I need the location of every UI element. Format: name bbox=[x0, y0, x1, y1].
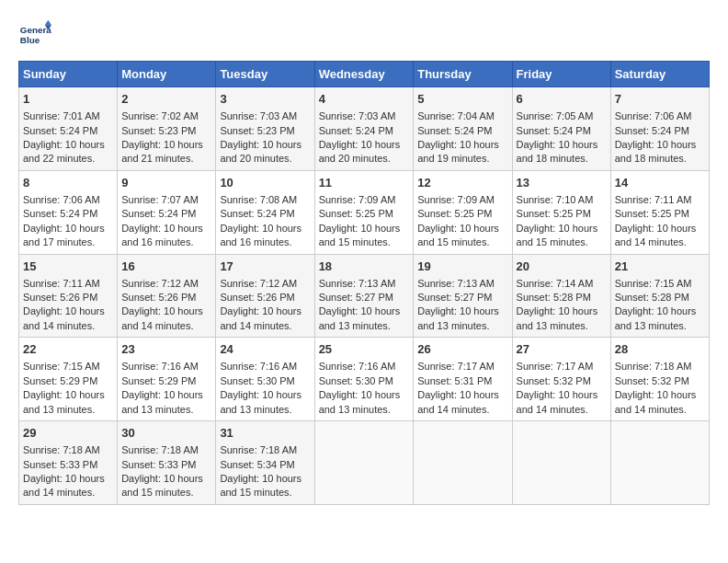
cell-text: Daylight: 10 hours bbox=[417, 138, 507, 152]
cell-text: Sunset: 5:33 PM bbox=[23, 458, 113, 472]
cell-text: Sunrise: 7:15 AM bbox=[615, 277, 705, 291]
day-number: 5 bbox=[417, 91, 507, 108]
calendar-cell: 12Sunrise: 7:09 AMSunset: 5:25 PMDayligh… bbox=[414, 170, 512, 254]
cell-text: Sunrise: 7:17 AM bbox=[517, 360, 607, 373]
cell-text: Sunrise: 7:11 AM bbox=[615, 193, 705, 207]
cell-text: and 13 minutes. bbox=[615, 319, 705, 333]
cell-text: and 14 minutes. bbox=[121, 319, 211, 333]
calendar-cell: 31Sunrise: 7:18 AMSunset: 5:34 PMDayligh… bbox=[216, 421, 314, 505]
cell-text: Daylight: 10 hours bbox=[23, 304, 113, 318]
cell-text: Daylight: 10 hours bbox=[23, 472, 113, 486]
calendar-cell: 26Sunrise: 7:17 AMSunset: 5:31 PMDayligh… bbox=[414, 338, 512, 421]
day-number: 1 bbox=[23, 91, 113, 108]
cell-text: Sunrise: 7:03 AM bbox=[319, 109, 410, 123]
cell-text: Sunrise: 7:18 AM bbox=[23, 443, 113, 457]
day-number: 7 bbox=[615, 91, 705, 108]
cell-text: Daylight: 10 hours bbox=[220, 472, 310, 486]
cell-text: Sunset: 5:32 PM bbox=[517, 374, 607, 388]
day-number: 9 bbox=[121, 175, 211, 191]
cell-text: Sunrise: 7:18 AM bbox=[615, 360, 705, 373]
calendar-cell: 27Sunrise: 7:17 AMSunset: 5:32 PMDayligh… bbox=[512, 338, 610, 421]
calendar-cell: 11Sunrise: 7:09 AMSunset: 5:25 PMDayligh… bbox=[314, 170, 414, 254]
cell-text: Sunrise: 7:16 AM bbox=[319, 360, 410, 373]
col-header-wednesday: Wednesday bbox=[314, 62, 414, 87]
day-number: 12 bbox=[417, 175, 507, 191]
cell-text: Sunset: 5:30 PM bbox=[319, 374, 410, 388]
cell-text: and 14 minutes. bbox=[23, 319, 113, 333]
calendar-cell: 10Sunrise: 7:08 AMSunset: 5:24 PMDayligh… bbox=[216, 170, 314, 254]
calendar-cell bbox=[414, 421, 512, 505]
cell-text: and 14 minutes. bbox=[23, 486, 113, 500]
col-header-friday: Friday bbox=[512, 62, 610, 87]
day-number: 28 bbox=[615, 341, 705, 358]
svg-marker-2 bbox=[45, 20, 51, 25]
cell-text: Sunset: 5:23 PM bbox=[121, 124, 211, 138]
cell-text: and 13 minutes. bbox=[319, 403, 410, 417]
cell-text: Sunrise: 7:06 AM bbox=[23, 193, 113, 207]
day-number: 31 bbox=[220, 425, 310, 442]
calendar-cell: 7Sunrise: 7:06 AMSunset: 5:24 PMDaylight… bbox=[610, 87, 709, 171]
cell-text: Sunrise: 7:16 AM bbox=[121, 360, 211, 373]
cell-text: and 14 minutes. bbox=[517, 403, 607, 417]
cell-text: and 21 minutes. bbox=[121, 152, 211, 166]
cell-text: Sunrise: 7:10 AM bbox=[517, 193, 607, 207]
cell-text: and 18 minutes. bbox=[517, 152, 607, 166]
cell-text: and 15 minutes. bbox=[319, 236, 410, 249]
calendar-cell: 16Sunrise: 7:12 AMSunset: 5:26 PMDayligh… bbox=[118, 254, 216, 338]
cell-text: and 16 minutes. bbox=[220, 236, 310, 249]
calendar-cell bbox=[610, 421, 709, 505]
cell-text: Sunset: 5:27 PM bbox=[417, 291, 507, 304]
cell-text: Sunset: 5:30 PM bbox=[220, 374, 310, 388]
day-number: 18 bbox=[319, 259, 410, 275]
cell-text: Sunset: 5:25 PM bbox=[517, 207, 607, 221]
day-number: 16 bbox=[121, 259, 211, 275]
cell-text: Sunrise: 7:12 AM bbox=[220, 277, 310, 291]
cell-text: and 13 minutes. bbox=[220, 403, 310, 417]
cell-text: Sunrise: 7:09 AM bbox=[319, 193, 410, 207]
cell-text: Sunset: 5:24 PM bbox=[517, 124, 607, 138]
day-number: 21 bbox=[615, 259, 705, 275]
cell-text: and 13 minutes. bbox=[517, 319, 607, 333]
calendar-cell: 29Sunrise: 7:18 AMSunset: 5:33 PMDayligh… bbox=[19, 421, 118, 505]
cell-text: and 19 minutes. bbox=[417, 152, 507, 166]
cell-text: Sunrise: 7:06 AM bbox=[615, 109, 705, 123]
calendar-cell: 14Sunrise: 7:11 AMSunset: 5:25 PMDayligh… bbox=[610, 170, 709, 254]
cell-text: Daylight: 10 hours bbox=[23, 138, 113, 152]
logo: General Blue bbox=[18, 18, 51, 52]
day-number: 14 bbox=[615, 175, 705, 191]
page-header: General Blue bbox=[18, 18, 710, 52]
cell-text: Sunset: 5:24 PM bbox=[417, 124, 507, 138]
calendar-cell: 28Sunrise: 7:18 AMSunset: 5:32 PMDayligh… bbox=[610, 338, 709, 421]
cell-text: Sunrise: 7:04 AM bbox=[417, 109, 507, 123]
calendar-cell: 24Sunrise: 7:16 AMSunset: 5:30 PMDayligh… bbox=[216, 338, 314, 421]
day-number: 22 bbox=[23, 341, 113, 358]
cell-text: Daylight: 10 hours bbox=[615, 304, 705, 318]
cell-text: Sunrise: 7:13 AM bbox=[319, 277, 410, 291]
cell-text: Daylight: 10 hours bbox=[517, 222, 607, 236]
cell-text: Sunrise: 7:18 AM bbox=[220, 443, 310, 457]
cell-text: Sunrise: 7:17 AM bbox=[417, 360, 507, 373]
calendar-cell: 21Sunrise: 7:15 AMSunset: 5:28 PMDayligh… bbox=[610, 254, 709, 338]
day-number: 11 bbox=[319, 175, 410, 191]
cell-text: Daylight: 10 hours bbox=[121, 388, 211, 402]
calendar-week-row: 22Sunrise: 7:15 AMSunset: 5:29 PMDayligh… bbox=[19, 338, 710, 421]
cell-text: Sunset: 5:32 PM bbox=[615, 374, 705, 388]
cell-text: Daylight: 10 hours bbox=[319, 388, 410, 402]
cell-text: and 13 minutes. bbox=[417, 319, 507, 333]
cell-text: Sunrise: 7:03 AM bbox=[220, 109, 310, 123]
cell-text: and 13 minutes. bbox=[23, 403, 113, 417]
cell-text: Daylight: 10 hours bbox=[517, 138, 607, 152]
cell-text: Daylight: 10 hours bbox=[319, 222, 410, 236]
col-header-monday: Monday bbox=[118, 62, 216, 87]
cell-text: and 20 minutes. bbox=[220, 152, 310, 166]
cell-text: and 14 minutes. bbox=[417, 403, 507, 417]
day-number: 2 bbox=[121, 91, 211, 108]
cell-text: Sunset: 5:27 PM bbox=[319, 291, 410, 304]
cell-text: Sunset: 5:34 PM bbox=[220, 458, 310, 472]
cell-text: Daylight: 10 hours bbox=[517, 304, 607, 318]
calendar-cell: 4Sunrise: 7:03 AMSunset: 5:24 PMDaylight… bbox=[314, 87, 414, 171]
cell-text: and 17 minutes. bbox=[23, 236, 113, 249]
cell-text: Sunset: 5:29 PM bbox=[23, 374, 113, 388]
cell-text: Daylight: 10 hours bbox=[517, 388, 607, 402]
calendar-cell: 17Sunrise: 7:12 AMSunset: 5:26 PMDayligh… bbox=[216, 254, 314, 338]
